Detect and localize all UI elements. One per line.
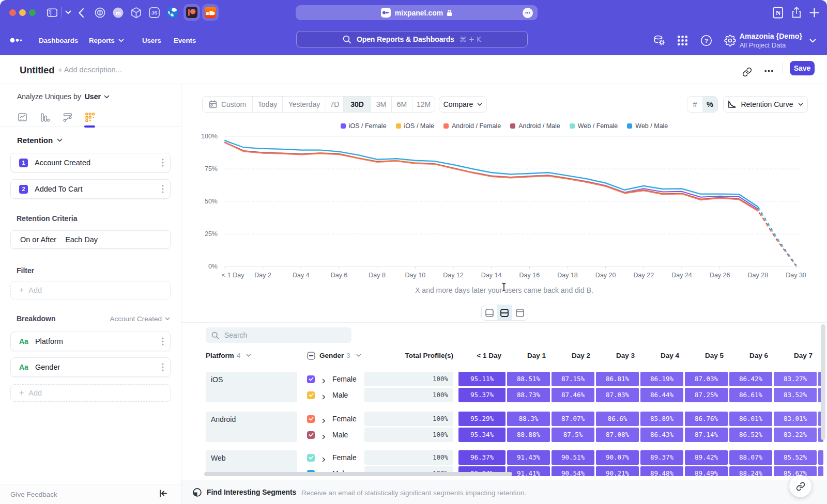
retention-cell[interactable]: 89.42% <box>685 450 728 465</box>
retention-cell[interactable]: 89.49% <box>685 466 728 476</box>
retention-cell[interactable]: 86.44% <box>640 388 683 402</box>
help-icon[interactable]: ? <box>700 35 712 49</box>
step-2-menu-icon[interactable] <box>162 185 164 193</box>
retention-cell[interactable]: 87.25% <box>685 388 728 402</box>
share-icon[interactable] <box>791 6 802 19</box>
layout-table-only-button[interactable] <box>512 305 528 320</box>
column-header-day[interactable]: Day 3 <box>596 350 639 362</box>
retention-cell[interactable]: 87.07% <box>552 412 594 426</box>
retention-cell[interactable]: 86.81% <box>596 372 639 386</box>
new-tab-plus-icon[interactable] <box>809 8 819 18</box>
retention-cell[interactable]: 88.88% <box>507 428 550 442</box>
nav-item-events[interactable]: Events <box>174 26 196 55</box>
nav-item-dashboards[interactable]: Dashboards <box>39 26 78 55</box>
nav-item-users[interactable]: Users <box>142 26 161 55</box>
analyze-value-dropdown[interactable]: User <box>85 92 101 101</box>
column-header-day[interactable]: Day 4 <box>640 350 683 362</box>
retention-cell[interactable]: 83.01% <box>774 412 817 426</box>
retention-cell[interactable]: 95.11% <box>458 372 506 386</box>
step-1-menu-icon[interactable] <box>162 159 164 167</box>
column-header-gender[interactable]: Gender3 <box>319 350 361 362</box>
retention-cell[interactable]: 88.07% <box>729 450 772 465</box>
retention-section-heading[interactable]: Retention <box>17 136 63 145</box>
tab-cube-icon[interactable] <box>130 7 142 19</box>
window-zoom-button[interactable] <box>29 9 36 16</box>
add-filter-button[interactable]: + Add <box>10 281 171 300</box>
retention-step-2-card[interactable]: 2 Added To Cart <box>10 179 171 199</box>
series-checkbox-ios-female[interactable] <box>307 375 315 383</box>
gender-select-all-checkbox[interactable] <box>307 352 315 364</box>
tab-funnels[interactable] <box>38 111 52 124</box>
retention-step-1-card[interactable]: 1 Account Created <box>10 153 171 172</box>
tab-flows[interactable] <box>61 111 74 124</box>
retention-cell[interactable]: 90.21% <box>596 466 639 476</box>
notion-extension-icon[interactable]: N <box>772 7 784 19</box>
platform-cell-ios[interactable]: iOS <box>206 372 297 402</box>
retention-cell[interactable]: 90.07% <box>596 450 639 465</box>
tab-retention-selected[interactable] <box>83 111 97 124</box>
retention-cell[interactable]: 87.5% <box>552 428 594 442</box>
column-header-day[interactable]: < 1 Day <box>458 350 506 362</box>
retention-cell[interactable]: 86.19% <box>640 372 683 386</box>
retention-cell[interactable]: 88.3% <box>507 412 550 426</box>
retention-cell[interactable]: 89.37% <box>640 450 683 465</box>
retention-cell[interactable]: 95.29% <box>458 412 506 426</box>
window-close-button[interactable] <box>9 9 16 16</box>
data-management-icon[interactable] <box>653 35 666 49</box>
retention-cell[interactable]: 87.14% <box>685 428 728 442</box>
breakdown-gender-menu-icon[interactable] <box>162 363 164 371</box>
retention-cell[interactable]: 87.03% <box>685 372 728 386</box>
column-header-day[interactable]: Day 2 <box>552 350 594 362</box>
retention-cell[interactable]: 85.89% <box>640 412 683 426</box>
collapse-sidebar-icon[interactable] <box>159 490 167 497</box>
column-header-day[interactable]: Day 6 <box>729 350 772 362</box>
retention-cell[interactable]: 91.41% <box>507 466 550 476</box>
retention-cell[interactable]: 83.27% <box>774 372 817 386</box>
retention-cell[interactable]: 85.67% <box>774 466 817 476</box>
global-search-button[interactable]: Open Reports & Dashboards ⌘ + K <box>296 31 528 48</box>
criteria-value[interactable]: Each Day <box>65 235 98 244</box>
table-search-input[interactable]: Search <box>206 327 351 343</box>
retention-cell[interactable]: 88.73% <box>507 388 550 402</box>
url-more-button[interactable] <box>523 8 533 18</box>
workspace-switcher[interactable]: Amazonia {Demo} All Project Data <box>740 26 816 55</box>
retention-cell[interactable]: 95.34% <box>458 428 506 442</box>
retention-line-chart[interactable]: 0%25%50%75%100%< 1 DayDay 2Day 4Day 6Day… <box>181 84 827 301</box>
retention-cell[interactable]: 91.43% <box>507 450 550 465</box>
expand-row-chevron-icon[interactable] <box>322 416 326 426</box>
retention-cell[interactable]: 88.51% <box>507 372 550 386</box>
add-description-placeholder[interactable]: + Add description... <box>58 66 122 74</box>
apps-grid-icon[interactable] <box>677 35 688 49</box>
platform-cell-android[interactable]: Android <box>206 412 297 442</box>
retention-cell[interactable]: 86.01% <box>729 412 772 426</box>
more-actions-icon[interactable] <box>764 70 773 72</box>
tab-patreon-highlight[interactable] <box>183 4 200 21</box>
retention-cell[interactable]: 87.15% <box>552 372 594 386</box>
column-header-day[interactable]: Day 7 <box>774 350 817 362</box>
nav-item-reports[interactable]: Reports <box>89 26 124 55</box>
give-feedback-link[interactable]: Give Feedback <box>10 491 57 498</box>
window-minimize-button[interactable] <box>19 9 26 16</box>
retention-cell[interactable]: 89.48% <box>640 466 683 476</box>
retention-cell[interactable]: 86.61% <box>729 388 772 402</box>
copy-link-icon[interactable] <box>742 67 752 77</box>
column-header-day[interactable]: Day 5 <box>685 350 728 362</box>
browser-sidebar-toggle-icon[interactable] <box>47 8 57 17</box>
mixpanel-logo[interactable] <box>10 37 23 44</box>
retention-cell[interactable]: 86.6% <box>596 412 639 426</box>
column-header-platform[interactable]: Platform4 <box>206 350 251 362</box>
retention-cell[interactable]: 86.52% <box>729 428 772 442</box>
tab-insights[interactable] <box>16 111 29 124</box>
vertical-scrollbar[interactable] <box>821 324 825 440</box>
retention-cell[interactable]: 86.76% <box>685 412 728 426</box>
retention-cell[interactable]: 90.51% <box>552 450 594 465</box>
retention-cell[interactable]: 87.08% <box>596 428 639 442</box>
retention-criteria-card[interactable]: On or After Each Day <box>10 230 171 249</box>
retention-cell[interactable]: 87.03% <box>596 388 639 402</box>
breakdown-event-dropdown[interactable]: Account Created <box>110 315 170 323</box>
series-checkbox-web-female[interactable] <box>307 454 315 462</box>
retention-cell[interactable]: 85.52% <box>774 450 817 465</box>
retention-cell[interactable]: 96.37% <box>458 450 506 465</box>
breakdown-platform-menu-icon[interactable] <box>162 337 164 345</box>
series-checkbox-android-female[interactable] <box>307 415 315 423</box>
